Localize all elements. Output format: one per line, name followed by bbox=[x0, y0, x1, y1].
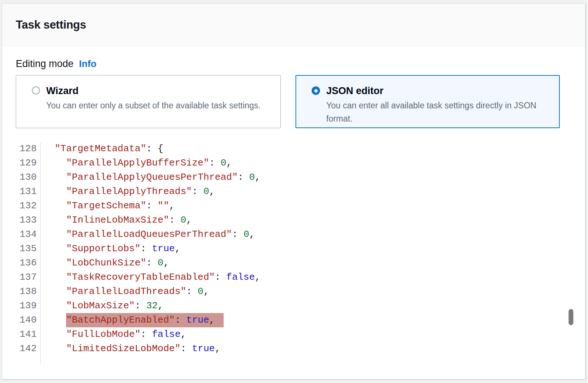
code-text: "TargetMetadata": { bbox=[40, 142, 163, 156]
line-number: 141 bbox=[16, 327, 37, 342]
code-text: "LimitedSizeLobMode": true, bbox=[40, 342, 221, 356]
json-key: "ParallelApplyThreads" bbox=[66, 186, 192, 197]
json-key: "LobChunkSize" bbox=[66, 257, 146, 268]
json-key: "FullLobMode" bbox=[66, 329, 140, 340]
code-line-128[interactable]: 128 "TargetMetadata": { bbox=[16, 142, 585, 156]
line-number: 130 bbox=[16, 170, 37, 185]
tile-json-editor-text: JSON editor You can enter all available … bbox=[326, 85, 552, 127]
task-settings-panel: Task settings Editing mode Info Wizard Y… bbox=[2, 3, 585, 379]
editing-mode-row: Editing mode Info bbox=[16, 58, 585, 70]
editing-mode-label: Editing mode bbox=[16, 58, 74, 70]
json-value: 0 bbox=[221, 157, 227, 168]
json-value: false bbox=[152, 329, 180, 340]
json-value: 0 bbox=[181, 215, 187, 226]
line-number: 133 bbox=[16, 213, 37, 227]
tile-wizard-label: Wizard bbox=[46, 85, 261, 97]
code-line-130[interactable]: 130 "ParallelApplyQueuesPerThread": 0, bbox=[16, 170, 585, 185]
code-line-139[interactable]: 139 "LobMaxSize": 32, bbox=[16, 299, 585, 313]
json-value: "" bbox=[158, 200, 169, 211]
radio-unselected-icon[interactable] bbox=[32, 86, 40, 94]
json-key: "LimitedSizeLobMode" bbox=[66, 343, 180, 354]
json-value: 0 bbox=[198, 286, 203, 297]
code-text: "LobMaxSize": 32, bbox=[40, 299, 163, 313]
code-text: "BatchApplyEnabled": true, bbox=[40, 313, 224, 327]
code-line-140[interactable]: 140 "BatchApplyEnabled": true, bbox=[16, 313, 585, 327]
code-text: "TargetSchema": "", bbox=[40, 199, 175, 213]
code-line-129[interactable]: 129 "ParallelApplyBufferSize": 0, bbox=[16, 156, 585, 170]
json-key: "SupportLobs" bbox=[66, 243, 140, 254]
json-code-editor[interactable]: 128 "TargetMetadata": {129 "ParallelAppl… bbox=[16, 142, 585, 356]
highlighted-code: "BatchApplyEnabled": true, bbox=[66, 313, 224, 327]
json-value: 0 bbox=[203, 186, 209, 197]
info-link[interactable]: Info bbox=[79, 58, 97, 70]
code-line-137[interactable]: 137 "TaskRecoveryTableEnabled": false, bbox=[16, 270, 585, 285]
json-key: "TargetMetadata" bbox=[55, 143, 146, 154]
json-key: "BatchApplyEnabled" bbox=[66, 315, 174, 326]
code-text: "FullLobMode": false, bbox=[40, 327, 186, 342]
json-key: "TaskRecoveryTableEnabled" bbox=[66, 272, 215, 283]
line-number: 142 bbox=[16, 342, 37, 356]
line-number: 138 bbox=[16, 285, 37, 299]
tile-wizard-text: Wizard You can enter only a subset of th… bbox=[46, 85, 261, 128]
code-text: "ParallelLoadThreads": 0, bbox=[40, 285, 209, 299]
json-key: "ParallelApplyBufferSize" bbox=[66, 157, 209, 168]
code-text: "ParallelApplyBufferSize": 0, bbox=[40, 156, 232, 170]
json-value: true bbox=[152, 243, 174, 254]
json-key: "ParallelApplyQueuesPerThread" bbox=[66, 172, 238, 183]
code-line-131[interactable]: 131 "ParallelApplyThreads": 0, bbox=[16, 185, 585, 199]
panel-body: Editing mode Info Wizard You can enter o… bbox=[2, 46, 585, 356]
json-value: false bbox=[226, 272, 255, 283]
json-key: "InlineLobMaxSize" bbox=[66, 215, 169, 226]
radio-selected-icon[interactable] bbox=[312, 86, 320, 95]
code-text: "SupportLobs": true, bbox=[40, 242, 181, 256]
line-number: 132 bbox=[16, 199, 37, 213]
code-line-134[interactable]: 134 "ParallelLoadQueuesPerThread": 0, bbox=[16, 227, 585, 242]
line-number: 137 bbox=[16, 270, 37, 285]
code-text: "ParallelApplyThreads": 0, bbox=[40, 185, 215, 199]
code-text: "TaskRecoveryTableEnabled": false, bbox=[40, 270, 261, 285]
line-number: 134 bbox=[16, 227, 37, 242]
tile-wizard-description: You can enter only a subset of the avail… bbox=[46, 99, 261, 112]
editing-mode-options: Wizard You can enter only a subset of th… bbox=[16, 75, 585, 128]
line-number: 129 bbox=[16, 156, 37, 170]
line-number: 128 bbox=[16, 142, 37, 156]
line-number: 136 bbox=[16, 256, 37, 270]
code-text: "InlineLobMaxSize": 0, bbox=[40, 213, 192, 227]
json-key: "ParallelLoadThreads" bbox=[66, 286, 186, 297]
json-value: true bbox=[192, 343, 215, 354]
json-value: { bbox=[158, 143, 163, 154]
json-value: true bbox=[186, 315, 209, 326]
code-line-141[interactable]: 141 "FullLobMode": false, bbox=[16, 327, 585, 342]
line-number: 139 bbox=[16, 299, 37, 313]
code-line-132[interactable]: 132 "TargetSchema": "", bbox=[16, 199, 585, 213]
code-line-136[interactable]: 136 "LobChunkSize": 0, bbox=[16, 256, 585, 270]
code-line-135[interactable]: 135 "SupportLobs": true, bbox=[16, 242, 585, 256]
json-key: "LobMaxSize" bbox=[66, 300, 135, 311]
tile-json-editor-description: You can enter all available task setting… bbox=[326, 99, 552, 125]
line-number: 135 bbox=[16, 242, 37, 256]
json-value: 0 bbox=[249, 172, 255, 183]
tile-json-editor-label: JSON editor bbox=[326, 85, 552, 97]
editor-scrollbar-thumb[interactable] bbox=[569, 309, 573, 325]
json-value: 0 bbox=[243, 229, 249, 240]
tile-json-editor[interactable]: JSON editor You can enter all available … bbox=[295, 75, 560, 128]
line-number: 131 bbox=[16, 185, 37, 199]
line-number: 140 bbox=[16, 313, 37, 327]
json-key: "ParallelLoadQueuesPerThread" bbox=[66, 229, 232, 240]
code-line-142[interactable]: 142 "LimitedSizeLobMode": true, bbox=[16, 342, 585, 356]
code-line-138[interactable]: 138 "ParallelLoadThreads": 0, bbox=[16, 285, 585, 299]
code-line-133[interactable]: 133 "InlineLobMaxSize": 0, bbox=[16, 213, 585, 227]
json-value: 32 bbox=[146, 300, 158, 311]
code-text: "LobChunkSize": 0, bbox=[40, 256, 169, 270]
json-key: "TargetSchema" bbox=[66, 200, 146, 211]
panel-title: Task settings bbox=[16, 18, 86, 31]
code-text: "ParallelApplyQueuesPerThread": 0, bbox=[40, 170, 261, 185]
json-value: 0 bbox=[158, 257, 163, 268]
tile-wizard[interactable]: Wizard You can enter only a subset of th… bbox=[16, 75, 281, 128]
panel-header: Task settings bbox=[2, 4, 585, 46]
code-text: "ParallelLoadQueuesPerThread": 0, bbox=[40, 227, 255, 242]
